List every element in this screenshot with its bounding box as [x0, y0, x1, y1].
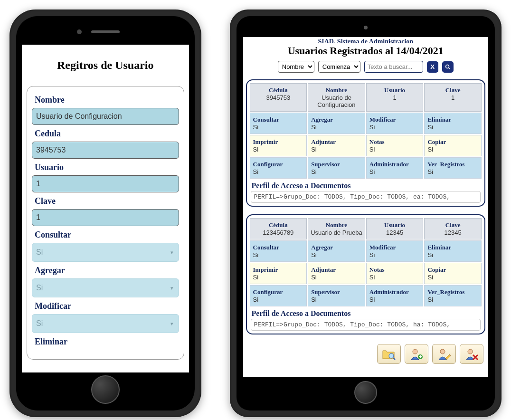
label-usuario: Usuario [35, 162, 179, 172]
search-button[interactable] [442, 61, 454, 73]
user-form-card: Nombre Cedula Usuario Clave Consultar Si… [27, 86, 184, 360]
perm-imprimir: ImprimirSi [250, 263, 307, 284]
phone-camera [77, 29, 82, 34]
label-cedula: Cedula [35, 129, 179, 139]
clave-input[interactable] [32, 209, 179, 226]
user-delete-icon [464, 348, 479, 360]
record-card: Cédula123456789NombreUsuario de PruebaUs… [246, 214, 485, 334]
agregar-select[interactable]: Si [32, 278, 179, 297]
table-header-nombre: NombreUsuario de Configuracion [308, 83, 365, 112]
label-clave: Clave [35, 196, 179, 206]
app-header-cut: SIAD. Sistema de Administracion [246, 38, 485, 43]
perm-supervisor: SupervisorSi [308, 285, 365, 306]
perm-consultar: ConsultarSi [250, 240, 307, 262]
perm-eliminar: EliminarSi [424, 240, 482, 262]
perm-modificar: ModificarSi [366, 240, 424, 262]
perm-configurar: ConfigurarSi [250, 157, 307, 179]
perm-copiar: CopiarSi [424, 135, 482, 156]
label-modificar: Modificar [35, 301, 179, 311]
svg-point-2 [389, 353, 394, 358]
table-header-usuario: Usuario1 [366, 83, 424, 112]
perm-adjuntar: AdjuntarSi [308, 135, 365, 156]
perm-administrador: AdministradorSi [366, 285, 424, 306]
usuario-input[interactable] [32, 175, 179, 192]
user-add-icon [409, 348, 424, 360]
delete-user-button[interactable] [460, 344, 483, 364]
svg-line-1 [448, 67, 450, 69]
perm-administrador: AdministradorSi [366, 157, 424, 179]
perm-copiar: CopiarSi [424, 263, 482, 284]
perm-ver_registros: Ver_RegistrosSi [424, 285, 482, 306]
label-agregar: Agregar [35, 266, 179, 276]
modificar-select[interactable]: Si [32, 314, 179, 333]
search-bar: Nombre Comienza X [246, 61, 485, 73]
search-icon [445, 64, 451, 70]
perm-adjuntar: AdjuntarSi [308, 263, 365, 284]
phone-speaker [91, 30, 120, 33]
svg-point-4 [413, 349, 417, 354]
label-consultar: Consultar [35, 230, 179, 240]
perm-supervisor: SupervisorSi [308, 157, 365, 179]
view-button[interactable] [377, 344, 401, 364]
svg-line-3 [393, 358, 395, 360]
search-mode-select[interactable]: Comienza [318, 61, 360, 73]
label-nombre: Nombre [35, 95, 179, 105]
phone-device: Regitros de Usuario Nombre Cedula Usuari… [9, 10, 201, 417]
action-bar [246, 342, 485, 364]
phone-home-button[interactable] [91, 375, 120, 404]
svg-point-0 [445, 65, 449, 68]
svg-point-7 [468, 349, 473, 354]
perm-ver_registros: Ver_RegistrosSi [424, 157, 482, 179]
label-eliminar: Eliminar [35, 337, 179, 347]
perm-notas: NotasSi [366, 263, 424, 284]
consultar-select[interactable]: Si [32, 243, 179, 262]
perm-imprimir: ImprimirSi [250, 135, 307, 156]
perm-notas: NotasSi [366, 135, 424, 156]
record-card: Cédula3945753NombreUsuario de Configurac… [246, 79, 485, 207]
cedula-input[interactable] [32, 142, 179, 159]
page-title: Usuarios Registrados al 14/04/2021 [246, 45, 485, 57]
page-title: Regitros de Usuario [25, 59, 186, 72]
tablet-camera [364, 26, 368, 29]
perm-modificar: ModificarSi [366, 113, 424, 134]
table-header-nombre: NombreUsuario de Prueba [308, 218, 365, 239]
search-field-select[interactable]: Nombre [278, 61, 314, 73]
perm-consultar: ConsultarSi [250, 113, 307, 134]
clear-search-button[interactable]: X [427, 61, 438, 73]
perfil-value: PERFIL=>Grupo_Doc: TODOS, Tipo_Doc: TODO… [251, 191, 481, 203]
table-header-clave: Clave1 [424, 83, 482, 112]
table-header-usuario: Usuario12345 [366, 218, 424, 239]
tablet-device: SIAD. Sistema de Administracion Usuarios… [230, 10, 502, 417]
perfil-title: Perfil de Acceso a Documentos [252, 309, 482, 318]
table-header-cedula: Cédula3945753 [250, 83, 307, 112]
add-user-button[interactable] [405, 344, 428, 364]
perm-agregar: AgregarSi [308, 240, 365, 262]
perfil-value: PERFIL=>Grupo_Doc: TODOS, Tipo_Doc: TODO… [251, 319, 481, 331]
tablet-home-button[interactable] [354, 381, 377, 404]
perfil-title: Perfil de Acceso a Documentos [252, 181, 482, 190]
table-header-clave: Clave12345 [424, 218, 482, 239]
nombre-input[interactable] [32, 108, 179, 125]
user-edit-icon [437, 348, 451, 360]
svg-point-6 [440, 349, 445, 354]
perm-configurar: ConfigurarSi [250, 285, 307, 306]
folder-search-icon [382, 348, 396, 360]
perm-agregar: AgregarSi [308, 113, 365, 134]
search-input[interactable] [364, 61, 423, 73]
perm-eliminar: EliminarSi [424, 113, 482, 134]
table-header-cedula: Cédula123456789 [250, 218, 307, 239]
edit-user-button[interactable] [432, 344, 456, 364]
